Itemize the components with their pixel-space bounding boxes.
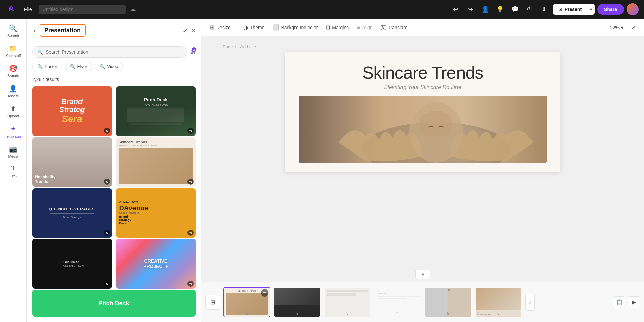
template-card-skincare[interactable]: Skincare Trends Elevating Your Skincare … <box>116 137 196 187</box>
collaborators-icon[interactable]: 👤 <box>479 3 491 15</box>
search-bar: 🔍 <box>32 46 187 58</box>
share-button[interactable]: Share <box>597 4 624 15</box>
quick-filters: 🔍 Poster 🔍 Flyer 🔍 Video <box>27 62 201 75</box>
template-card-avenue[interactable]: October 2022 DAvenue Coffee Roasters Bra… <box>116 188 196 238</box>
sidebar-item-search[interactable]: 🔍 Search <box>1 21 25 40</box>
canva-logo[interactable]: A ▲ <box>5 3 17 15</box>
theme-button[interactable]: ◑ Theme <box>240 22 268 33</box>
sidebar-item-brands[interactable]: 🎯 Brands <box>1 62 25 80</box>
sidebar-item-media[interactable]: 📷 Media <box>1 142 25 161</box>
templates-icon: ✦ <box>10 125 16 133</box>
bg-color-icon: ⬜ <box>272 24 279 31</box>
canva-watermark-6: W <box>187 230 194 236</box>
template-card-quench[interactable]: QUENCH BEVERAGES Brand Strategy W <box>32 188 112 238</box>
translate-button[interactable]: 文 Translate <box>377 22 411 33</box>
timer-icon[interactable]: ⏱ <box>524 3 536 15</box>
canvas-area: Page 1 - Add title Skincare Trends Eleva… <box>201 36 644 322</box>
zoom-chevron-icon: ▾ <box>621 25 623 30</box>
panel-expand-button[interactable]: ⤢ <box>183 27 188 34</box>
topbar: A ▲ File ☁ ↩ ↪ 👤 💡 💬 ⏱ ⬇ ⊡ Present ▾ Sha… <box>0 0 644 19</box>
quick-filter-flyer[interactable]: 🔍 Flyer <box>65 62 92 71</box>
video-search-icon: 🔍 <box>100 64 105 69</box>
align-icon: ≡ <box>357 24 360 31</box>
notes-panel-button[interactable]: 📋 <box>613 296 625 308</box>
editor-area: ⊞ Resize ◑ Theme ⬜ Background color ⊡ Ma… <box>201 19 644 322</box>
quick-filter-poster[interactable]: 🔍 Poster <box>32 62 62 71</box>
margins-button[interactable]: ⊡ Margins <box>322 22 352 33</box>
templates-panel: ‹ Presentation ⤢ ✕ 🔍 ⊕ 2 🔍 Poster 🔍 <box>27 19 201 322</box>
document-title-input[interactable] <box>39 5 126 14</box>
template-card-pitch-deck-2[interactable]: Pitch Deck <box>32 290 196 317</box>
canvas-scroll: Page 1 - Add title Skincare Trends Eleva… <box>201 36 644 282</box>
assets-icon: 👤 <box>9 85 17 93</box>
chevron-down-icon: ▾ <box>422 272 424 277</box>
media-icon: 📷 <box>9 145 17 153</box>
page-label: Page 1 - Add title <box>223 44 256 49</box>
templates-grid: BrandStrateg Sera W Pitch Deck FOR INVES… <box>27 86 201 322</box>
zoom-value: 22% <box>610 25 620 30</box>
zoom-control[interactable]: 22% ▾ <box>607 23 627 32</box>
filter-button[interactable]: ⊕ 2 <box>190 48 196 56</box>
sidebar-item-assets[interactable]: 👤 Assets <box>1 82 25 101</box>
scroll-right-panel-button[interactable]: ▶ <box>628 296 640 308</box>
add-title-link[interactable]: Add title <box>240 44 256 49</box>
sidebar-item-text[interactable]: T Text <box>1 162 25 180</box>
undo-button[interactable]: ↩ <box>450 3 462 15</box>
slide-thumb-2[interactable]: 2 <box>274 287 321 317</box>
slide-thumb-1[interactable]: Skincare Trends ••• 1 <box>223 287 270 317</box>
avatar[interactable] <box>627 3 639 15</box>
sidebar-item-upload[interactable]: ⬆ Upload <box>1 102 25 121</box>
align-button[interactable]: ≡ Align <box>354 22 376 33</box>
slide-thumb-3[interactable]: 3 <box>324 287 371 317</box>
grid-icon: ⊞ <box>210 299 215 306</box>
chevron-right-icon: › <box>529 300 531 305</box>
resize-button[interactable]: ⊞ Resize <box>207 22 234 33</box>
template-card-business[interactable]: BUSINESS PRESENTATION W <box>32 239 112 288</box>
scroll-right-button[interactable]: › <box>525 294 535 311</box>
template-card-pitch-deck[interactable]: Pitch Deck FOR INVESTORS W <box>116 86 196 136</box>
grid-view-button[interactable]: ⊞ <box>205 295 220 310</box>
canva-watermark-5: W <box>104 230 110 236</box>
canva-watermark-8: W <box>187 281 194 287</box>
file-menu[interactable]: File <box>21 5 35 13</box>
topbar-icons: ↩ ↪ 👤 💡 💬 ⏱ ⬇ ⊡ Present ▾ Share <box>450 3 639 15</box>
upload-icon: ⬆ <box>10 105 16 113</box>
text-icon: T <box>11 165 15 172</box>
panel-close-button[interactable]: ✕ <box>191 27 196 34</box>
slide-thumb-6[interactable]: 03 Personalized Skinc... 6 <box>475 287 522 317</box>
redo-button[interactable]: ↪ <box>465 3 477 15</box>
results-count: 2,282 results <box>27 75 201 86</box>
present-dropdown-button[interactable]: ▾ <box>587 4 595 15</box>
template-card-creative[interactable]: CREATIVEPROJECT+ W <box>116 239 196 288</box>
template-card-hospitality[interactable]: HospitalityTrends W <box>32 137 112 187</box>
comments-icon[interactable]: 💬 <box>509 3 521 15</box>
search-input[interactable] <box>46 49 182 55</box>
cloud-sync-icon: ☁ <box>130 6 136 13</box>
toolbar: ⊞ Resize ◑ Theme ⬜ Background color ⊡ Ma… <box>201 19 644 36</box>
collapse-panel-button[interactable]: ▾ <box>415 270 430 279</box>
panel-back-button[interactable]: ‹ <box>32 25 37 35</box>
panel-header: ‹ Presentation ⤢ ✕ <box>27 19 201 42</box>
arrow-right-icon: ▶ <box>632 299 636 305</box>
quick-filter-video[interactable]: 🔍 Video <box>95 62 123 71</box>
main-content: 🔍 Search 📁 Your stuff 🎯 Brands 👤 Assets … <box>0 19 644 322</box>
present-button-group: ⊡ Present ▾ <box>553 4 595 15</box>
canva-watermark-3: W <box>104 179 110 185</box>
slide-inner: Skincare Trends Elevating Your Skincare … <box>285 52 560 172</box>
margins-icon: ⊡ <box>326 24 330 31</box>
sidebar-item-your-stuff[interactable]: 📁 Your stuff <box>1 42 25 60</box>
slide-subtitle: Elevating Your Skincare Routine <box>299 84 547 90</box>
bg-color-button[interactable]: ⬜ Background color <box>269 22 321 33</box>
poster-search-icon: 🔍 <box>37 64 43 69</box>
sidebar: 🔍 Search 📁 Your stuff 🎯 Brands 👤 Assets … <box>0 19 27 322</box>
dots-menu-icon: ••• <box>263 291 267 294</box>
download-icon[interactable]: ⬇ <box>538 3 550 15</box>
ideas-icon[interactable]: 💡 <box>494 3 506 15</box>
slide-thumb-4[interactable]: 01 Introduction 4 <box>374 287 421 317</box>
template-card-brand-strategy[interactable]: BrandStrateg Sera W <box>32 86 112 136</box>
slide-thumb-5[interactable]: 02 5 <box>425 287 472 317</box>
fit-screen-button[interactable]: ⤢ <box>628 23 639 32</box>
sidebar-item-templates[interactable]: ✦ Templates <box>1 122 25 141</box>
slide-thumb-1-menu[interactable]: ••• <box>261 289 268 297</box>
present-button[interactable]: ⊡ Present <box>553 4 587 15</box>
